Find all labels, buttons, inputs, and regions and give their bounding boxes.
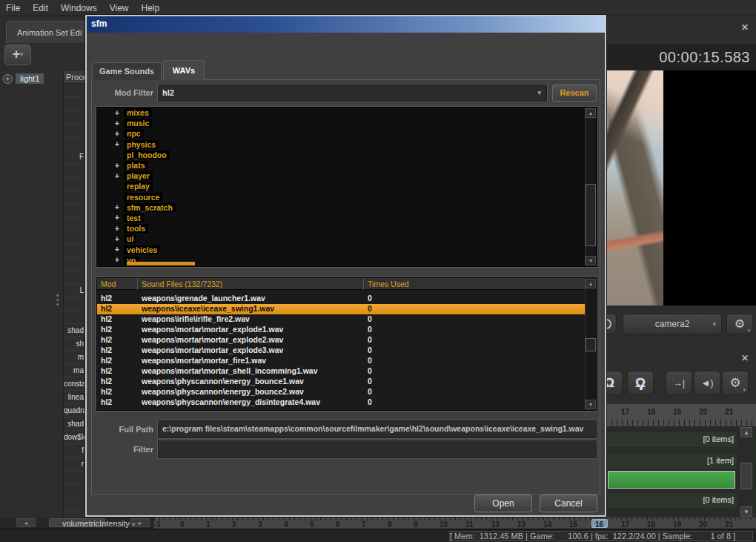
column-header-mod[interactable]: Mod [97, 278, 138, 290]
speaker-button[interactable]: ◄) [694, 371, 720, 395]
tab-animation-set-editor[interactable]: Animation Set Edi [6, 21, 85, 43]
tree-item-test[interactable]: +test [97, 213, 597, 223]
expander-plus-icon[interactable]: + [115, 140, 124, 148]
menu-item-windows[interactable]: Windows [61, 3, 97, 13]
tree-scrollbar[interactable]: ▲ ▼ [585, 108, 596, 265]
column-header-times-used[interactable]: Times Used [364, 278, 586, 290]
menu-item-help[interactable]: Help [142, 3, 160, 13]
expander-plus-icon[interactable]: + [115, 162, 124, 170]
scroll-left-icon[interactable]: ◄ [16, 518, 36, 527]
tree-item-player[interactable]: +player [97, 171, 597, 181]
tree-item-mixes[interactable]: +mixes [97, 108, 597, 118]
ruler-number: 17 [621, 520, 629, 529]
camera-mode-button[interactable] [606, 314, 617, 334]
expander-plus-icon[interactable]: + [115, 119, 124, 128]
add-element-button[interactable]: +▾ [4, 44, 31, 65]
scrollbar-thumb[interactable] [740, 463, 752, 489]
headphones-button[interactable]: Ω [606, 371, 623, 395]
scroll-down-icon[interactable]: ▼ [586, 256, 596, 265]
go-to-end-button[interactable]: →| [666, 371, 692, 395]
table-row[interactable]: hl2weapons\irifle\irifle_fire2.wav0 [97, 314, 586, 325]
tree-selected-partial-row[interactable] [127, 262, 195, 265]
tree-item-ui[interactable]: +ui [97, 234, 597, 244]
tree-item-vehicles[interactable]: +vehicles [97, 244, 597, 254]
animation-set-item-light1[interactable]: + light1 [3, 73, 44, 85]
timeline-scrollbar[interactable]: ▲ ▼ [740, 427, 753, 517]
expander-plus-icon[interactable]: + [115, 130, 124, 138]
sound-file-table[interactable]: Mod Sound Files (132/7232) Times Used hl… [96, 277, 597, 411]
attribute-column-header[interactable]: Proce [64, 71, 85, 84]
expander-plus-icon[interactable]: + [115, 245, 124, 254]
expander-plus-icon[interactable]: + [115, 214, 124, 222]
tree-item-pl_hoodoo[interactable]: pl_hoodoo [97, 150, 597, 160]
table-row[interactable]: hl2weapons\grenade_launcher1.wav0 [97, 294, 586, 304]
expander-plus-icon[interactable]: + [115, 109, 124, 117]
tree-item-physics[interactable]: +physics [97, 139, 597, 150]
table-header[interactable]: Mod Sound Files (132/7232) Times Used [97, 278, 586, 290]
camera-settings-button[interactable]: ⚙ ▾ [726, 314, 753, 334]
scrollbar-thumb[interactable] [586, 338, 596, 351]
scroll-up-icon[interactable]: ▲ [586, 108, 596, 118]
bottom-ruler[interactable]: -10123456789101112131415161718192021 [154, 517, 756, 529]
tree-item-music[interactable]: +music [97, 118, 597, 128]
table-row[interactable]: hl2weapons\iceaxe\iceaxe_swing1.wav0 [97, 304, 586, 314]
scroll-up-icon[interactable]: ▲ [586, 279, 596, 288]
sfm-application-window: FileEditWindowsViewHelp Animation Set Ed… [0, 0, 756, 542]
tree-item-npc[interactable]: +npc [97, 128, 597, 139]
menu-item-file[interactable]: File [6, 3, 20, 13]
expander-plus-icon[interactable]: + [115, 203, 124, 211]
table-row[interactable]: hl2weapons\physcannon\energy_disintegrat… [97, 397, 586, 408]
filter-field[interactable] [158, 440, 597, 458]
tree-item-plats[interactable]: +plats [97, 160, 597, 171]
tree-item-replay[interactable]: replay [97, 181, 597, 191]
headphones-mic-button[interactable]: Ω [627, 371, 654, 395]
timeline-track[interactable]: [0 items] [608, 432, 737, 447]
full-path-field[interactable]: e:\program files\steam\steamapps\common\… [158, 420, 597, 438]
tree-item-resource[interactable]: resource [97, 192, 597, 202]
splitter-handle[interactable]: ••• [56, 294, 59, 307]
audio-settings-button[interactable]: ⚙ ▾ [722, 371, 749, 395]
timeline-track[interactable]: [0 items] [608, 493, 737, 508]
open-button[interactable]: Open [474, 495, 532, 512]
cell-times: 0 [364, 346, 586, 356]
table-row[interactable]: hl2weapons\physcannon\energy_bounce1.wav… [97, 377, 586, 387]
column-header-sound-files[interactable]: Sound Files (132/7232) [138, 278, 364, 290]
menu-item-edit[interactable]: Edit [33, 3, 48, 13]
timeline-ruler-top[interactable]: 1718192021 [606, 404, 756, 427]
scroll-down-icon[interactable]: ▼ [740, 506, 752, 517]
camera-selector[interactable]: camera2 ▾ [623, 314, 722, 334]
expander-plus-icon[interactable]: + [115, 235, 124, 243]
clip-bar[interactable] [608, 471, 735, 489]
mod-filter-combobox[interactable]: hl2 ▾ [158, 85, 547, 102]
dialog-title-bar[interactable]: sfm [87, 16, 605, 33]
expander-plus-icon[interactable]: + [115, 256, 124, 264]
scroll-down-icon[interactable]: ▼ [586, 400, 596, 409]
expander-plus-icon[interactable]: + [115, 172, 124, 180]
render-viewport[interactable] [606, 70, 756, 305]
tree-item-sfm_scratch[interactable]: +sfm_scratch [97, 202, 597, 213]
table-row[interactable]: hl2weapons\mortar\mortar_explode2.wav0 [97, 335, 586, 346]
rescan-button[interactable]: Rescan [552, 85, 597, 102]
menu-item-view[interactable]: View [110, 3, 129, 13]
table-scrollbar[interactable]: ▲ ▼ [585, 279, 596, 409]
tab-wavs[interactable]: WAVs [163, 60, 205, 80]
table-row[interactable]: hl2weapons\mortar\mortar_fire1.wav0 [97, 356, 586, 366]
timeline-track[interactable]: [1 item] [608, 454, 737, 469]
close-icon[interactable]: ✕ [741, 353, 749, 363]
table-row[interactable]: hl2weapons\mortar\mortar_shell_incomming… [97, 366, 586, 377]
cancel-button[interactable]: Cancel [540, 495, 597, 512]
scrollbar-thumb[interactable] [586, 184, 596, 246]
expand-plus-icon[interactable]: + [3, 74, 13, 84]
tab-game-sounds[interactable]: Game Sounds [92, 62, 162, 80]
sound-tree[interactable]: +mixes+music+npc+physicspl_hoodoo+plats+… [96, 107, 597, 267]
close-icon[interactable]: ✕ [741, 22, 749, 33]
table-row[interactable]: hl2weapons\mortar\mortar_explode3.wav0 [97, 346, 586, 356]
table-row[interactable]: hl2weapons\physcannon\energy_bounce2.wav… [97, 387, 586, 397]
expander-plus-icon[interactable]: + [115, 225, 124, 233]
timeline-track[interactable] [608, 471, 737, 489]
table-row[interactable]: hl2weapons\mortar\mortar_explode1.wav0 [97, 325, 586, 335]
tree-item-label: test [124, 214, 144, 222]
scroll-up-icon[interactable]: ▲ [740, 427, 752, 437]
tree-item-tools[interactable]: +tools [97, 223, 597, 234]
attribute-selector-volumetricintensity[interactable]: volumetricIntensity ▾ [62, 519, 150, 529]
